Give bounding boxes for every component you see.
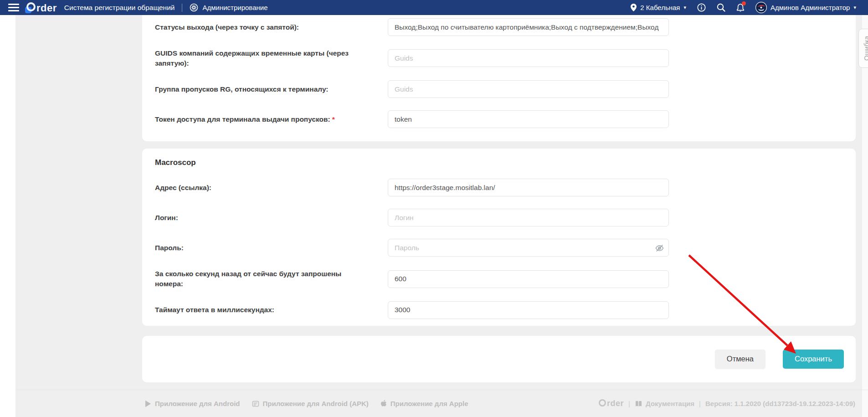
android-apk-link[interactable]: Приложение для Android (APK) — [252, 400, 369, 407]
top-navbar: rder Система регистрации обращений Админ… — [0, 0, 868, 15]
book-icon — [635, 400, 642, 407]
apk-file-icon — [252, 400, 259, 407]
location-pin-icon — [631, 4, 637, 11]
login-input[interactable] — [388, 209, 669, 227]
form-field-row: Токен доступа для терминала выдачи пропу… — [155, 110, 843, 128]
field-label: Адрес (ссылка): — [155, 183, 371, 193]
search-icon[interactable] — [717, 3, 725, 12]
form-field-row: Пароль: — [155, 239, 843, 257]
form-field-row: За сколько секунд назад от сейчас будут … — [155, 269, 843, 288]
admin-section-link[interactable]: Администрирование — [190, 3, 267, 12]
actions-card: Отмена Сохранить — [142, 336, 856, 382]
eye-off-icon — [655, 243, 664, 253]
access-token-input[interactable] — [388, 110, 669, 128]
field-label: За сколько секунд назад от сейчас будут … — [155, 269, 371, 288]
page-footer: Приложение для Android Приложение для An… — [15, 390, 868, 417]
location-caret-icon: ▾ — [684, 5, 687, 10]
footer-brand-logo[interactable]: rder — [599, 399, 624, 408]
navbar-divider — [182, 4, 182, 12]
google-play-icon — [145, 400, 151, 407]
user-menu[interactable]: Админов Администратор ▾ — [755, 2, 856, 13]
section-heading-macroscop: Macroscop — [155, 158, 843, 168]
field-label: Группа пропусков RG, относящихся к терми… — [155, 84, 371, 94]
field-label: Токен доступа для терминала выдачи пропу… — [155, 114, 371, 124]
android-app-label: Приложение для Android — [155, 400, 240, 407]
seconds-back-input[interactable] — [388, 270, 669, 288]
form-field-row: Адрес (ссылка): — [155, 179, 843, 196]
app-root: rder Система регистрации обращений Админ… — [0, 0, 868, 417]
required-asterisk: * — [332, 115, 335, 123]
brand-logo[interactable]: rder — [26, 2, 57, 13]
footer-separator: | — [699, 400, 701, 407]
info-icon[interactable] — [697, 3, 706, 12]
user-avatar — [755, 2, 767, 13]
apple-icon — [380, 400, 387, 407]
save-button[interactable]: Сохранить — [783, 350, 844, 369]
form-field-row: Логин: — [155, 209, 843, 227]
apple-app-link[interactable]: Приложение для Apple — [380, 400, 468, 407]
hamburger-menu-icon[interactable] — [8, 4, 19, 11]
scrollbar-track[interactable] — [862, 15, 868, 417]
documentation-link[interactable]: Документация — [635, 400, 694, 407]
documentation-label: Документация — [646, 400, 694, 407]
form-field-row: Статусы выхода (через точку с запятой): — [155, 18, 843, 36]
rg-pass-group-input[interactable] — [388, 80, 669, 98]
app-title: Система регистрации обращений — [64, 4, 175, 12]
gear-circle-icon — [190, 3, 198, 12]
field-label: Таймаут ответа в миллисекундах: — [155, 305, 371, 315]
field-label: GUIDS компаний содержащих временные карт… — [155, 48, 371, 68]
terminal-settings-card: Статусы выхода (через точку с запятой): … — [142, 15, 856, 141]
footer-separator: | — [628, 400, 630, 407]
location-selector[interactable]: 2 Кабельная ▾ — [631, 4, 686, 11]
field-label: Пароль: — [155, 243, 371, 253]
admin-section-label: Администрирование — [202, 4, 267, 11]
notification-badge — [742, 1, 746, 5]
form-field-row: Группа пропусков RG, относящихся к терми… — [155, 80, 843, 98]
notifications-bell-icon[interactable] — [736, 3, 745, 12]
left-sidebar-strip — [0, 15, 15, 417]
user-name: Админов Администратор — [770, 4, 850, 11]
user-caret-icon: ▾ — [853, 5, 856, 10]
exit-statuses-input[interactable] — [388, 18, 669, 36]
footer-brand-o-ring-icon — [599, 399, 606, 407]
location-label: 2 Кабельная — [640, 4, 680, 11]
password-input[interactable] — [388, 239, 669, 257]
form-field-row: Таймаут ответа в миллисекундах: — [155, 301, 843, 319]
version-text: Версия: 1.1.2020 (dd13723d-19.12.2023-14… — [705, 400, 855, 407]
brand-o-ring-icon — [26, 2, 36, 11]
password-field-wrapper — [388, 239, 669, 257]
field-label: Логин: — [155, 213, 371, 223]
main-content: Статусы выхода (через точку с запятой): … — [142, 15, 856, 382]
timeout-ms-input[interactable] — [388, 301, 669, 319]
error-tab-label: Ошибка — [863, 36, 868, 61]
macroscop-card: Macroscop Адрес (ссылка): Логин: Пароль: — [142, 149, 856, 325]
field-label: Статусы выхода (через точку с запятой): — [155, 22, 371, 32]
address-url-input[interactable] — [388, 179, 669, 196]
toggle-password-visibility-button[interactable] — [654, 243, 664, 253]
error-feedback-tab[interactable]: Ошибка — [858, 29, 868, 68]
guids-companies-input[interactable] — [388, 49, 669, 67]
apple-app-label: Приложение для Apple — [390, 400, 468, 407]
form-field-row: GUIDS компаний содержащих временные карт… — [155, 48, 843, 68]
android-app-link[interactable]: Приложение для Android — [145, 400, 240, 407]
cancel-button[interactable]: Отмена — [715, 350, 765, 369]
brand-text: rder — [36, 3, 57, 13]
footer-brand-text: rder — [607, 399, 624, 408]
android-apk-label: Приложение для Android (APK) — [263, 400, 369, 407]
